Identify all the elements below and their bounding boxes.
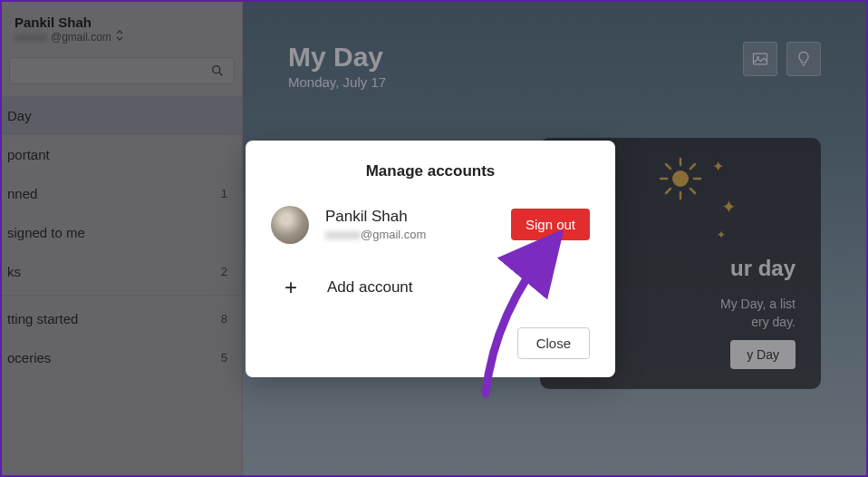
avatar <box>271 206 309 244</box>
close-button[interactable]: Close <box>517 327 590 359</box>
add-account-label: Add account <box>327 278 413 297</box>
add-account-button[interactable]: + Add account <box>271 271 590 327</box>
account-name: Pankil Shah <box>325 208 495 226</box>
account-row: Pankil Shah xxxxxx@gmail.com Sign out <box>271 206 590 244</box>
modal-title: Manage accounts <box>271 162 590 180</box>
manage-accounts-modal: Manage accounts Pankil Shah xxxxxx@gmail… <box>246 141 615 377</box>
plus-icon: + <box>278 275 304 300</box>
sign-out-button[interactable]: Sign out <box>511 209 590 240</box>
modal-overlay[interactable]: Manage accounts Pankil Shah xxxxxx@gmail… <box>2 2 866 475</box>
account-email: xxxxxx@gmail.com <box>325 228 495 241</box>
